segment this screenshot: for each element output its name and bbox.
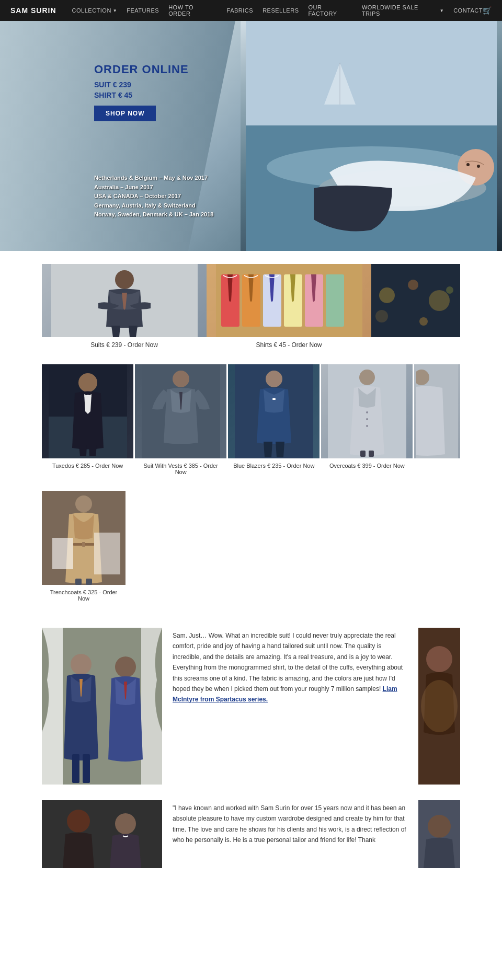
overcoats-svg <box>328 364 406 458</box>
row3-products: Trenchcoats € 325 - Order Now <box>0 475 502 602</box>
cart-icon[interactable]: 🛒 <box>483 6 492 15</box>
schedule-line-3: USA & CANADA – October 2017 <box>94 192 213 201</box>
schedule-line-4: Germany, Austria, Italy & Switzerland <box>94 201 213 211</box>
testimonial-2-left-image <box>42 800 162 868</box>
svg-point-21 <box>408 280 418 290</box>
testimonial-1-right-image <box>418 628 460 785</box>
svg-rect-47 <box>75 579 82 585</box>
blue-blazers-label: Blue Blazers € 235 - Order Now <box>228 463 320 469</box>
testimonial-2-section: "I have known and worked with Sam Surin … <box>0 795 502 889</box>
schedule-line-5: Norway, Sweden, Denmark & UK – Jan 2018 <box>94 210 213 220</box>
svg-point-25 <box>446 286 453 294</box>
shirts-label: Shirts € 45 - Order Now <box>207 341 371 349</box>
testimonial-1-row: Sam. Just… Wow. What an incredible suit!… <box>42 628 460 785</box>
suit-vests-svg <box>142 364 220 458</box>
navigation: SAM SURIN COLLECTION ▼ FEATURES HOW TO O… <box>0 0 502 21</box>
schedule-line-2: Australia – June 2017 <box>94 183 213 192</box>
product-shirts-partial <box>371 264 460 349</box>
svg-point-37 <box>366 418 368 420</box>
svg-point-55 <box>115 656 136 677</box>
overcoats-partial-svg <box>416 364 458 458</box>
shirts-partial-image <box>371 264 460 337</box>
product-trenchcoats[interactable]: Trenchcoats € 325 - Order Now <box>42 491 126 602</box>
tuxedos-image <box>42 364 133 458</box>
svg-point-22 <box>429 290 450 311</box>
hero-schedule: Netherlands & Belgium – May & Nov 2017 A… <box>94 174 213 220</box>
svg-point-11 <box>115 270 134 289</box>
testimonial-2-left-svg <box>42 800 162 868</box>
svg-point-58 <box>421 680 458 732</box>
svg-point-23 <box>375 310 388 322</box>
overcoats-image <box>321 364 413 458</box>
nav-fabrics[interactable]: FABRICS <box>227 7 254 14</box>
hero-shirt-price: SHIRT € 45 <box>94 91 189 99</box>
shirts-image <box>207 264 371 337</box>
product-tuxedos[interactable]: Tuxedos € 285 - Order Now <box>42 364 133 475</box>
svg-rect-18 <box>326 274 344 327</box>
testimonial-2-right-svg <box>418 800 460 868</box>
svg-rect-39 <box>360 451 366 457</box>
nav-worldwide-sale-trips[interactable]: WORLDWIDE SALE TRIPS ▼ <box>362 4 444 17</box>
nav-collection[interactable]: COLLECTION ▼ <box>72 7 118 14</box>
suit-vests-label: Suit With Vests € 385 - Order Now <box>135 463 226 475</box>
testimonial-2-row: "I have known and worked with Sam Surin … <box>42 800 460 868</box>
testimonial-1-left-svg <box>42 628 162 785</box>
shop-now-button[interactable]: SHOP NOW <box>94 106 156 121</box>
tuxedos-svg <box>49 364 127 458</box>
trenchcoats-image <box>42 491 126 585</box>
nav-features[interactable]: FEATURES <box>127 7 159 14</box>
hero-suit-price: SUIT € 239 <box>94 80 189 89</box>
trenchcoats-svg <box>42 491 126 585</box>
hero-content: ORDER ONLINE SUIT € 239 SHIRT € 45 SHOP … <box>94 63 189 121</box>
hero-section: ORDER ONLINE SUIT € 239 SHIRT € 45 SHOP … <box>0 21 502 251</box>
product-shirts[interactable]: Shirts € 45 - Order Now <box>207 264 371 349</box>
nav-how-to-order[interactable]: HOW TO ORDER <box>168 4 217 17</box>
brand-logo[interactable]: SAM SURIN <box>10 6 56 15</box>
row2-products: Tuxedos € 285 - Order Now Suit With Vest… <box>0 349 502 475</box>
svg-point-36 <box>366 411 368 413</box>
svg-rect-50 <box>94 533 120 574</box>
blue-blazers-svg <box>235 364 313 458</box>
product-overcoats-partial <box>414 364 460 475</box>
nav-resellers[interactable]: RESELLERS <box>263 7 299 14</box>
chevron-down-icon: ▼ <box>113 8 117 13</box>
testimonial-1-text-block: Sam. Just… Wow. What an incredible suit!… <box>173 628 408 708</box>
svg-point-60 <box>67 810 90 833</box>
suits-image <box>42 264 207 337</box>
shirts-svg <box>216 264 362 337</box>
overcoats-label: Overcoats € 399 - Order Now <box>321 463 413 469</box>
testimonial-2-right-image <box>418 800 460 868</box>
svg-point-9 <box>477 165 480 168</box>
tuxedos-label: Tuxedos € 285 - Order Now <box>42 463 133 469</box>
hero-title: ORDER ONLINE <box>94 63 189 76</box>
nav-contact[interactable]: CONTACT <box>453 7 483 14</box>
shirts-partial-svg <box>371 264 460 337</box>
product-suit-vests[interactable]: Suit With Vests € 385 - Order Now <box>135 364 226 475</box>
testimonial-2-text: "I have known and worked with Sam Surin … <box>173 803 408 846</box>
testimonial-1-left-image <box>42 628 162 785</box>
product-blue-blazers[interactable]: Blue Blazers € 235 - Order Now <box>228 364 320 475</box>
svg-rect-33 <box>272 398 276 400</box>
testimonials-section: Sam. Just… Wow. What an incredible suit!… <box>0 602 502 795</box>
svg-point-57 <box>426 646 452 672</box>
svg-rect-46 <box>82 542 85 547</box>
chevron-down-icon-2: ▼ <box>440 8 444 13</box>
svg-point-44 <box>75 495 92 512</box>
svg-point-32 <box>266 371 282 387</box>
product-overcoats[interactable]: Overcoats € 399 - Order Now <box>321 364 413 475</box>
row1-products: Suits € 239 - Order Now <box>0 251 502 349</box>
product-suits[interactable]: Suits € 239 - Order Now <box>42 264 207 349</box>
testimonial-1-right-svg <box>418 628 460 785</box>
svg-point-61 <box>115 813 136 834</box>
svg-rect-53 <box>72 754 79 783</box>
svg-point-20 <box>379 287 395 303</box>
suits-label: Suits € 239 - Order Now <box>42 341 207 349</box>
svg-point-24 <box>419 317 428 326</box>
svg-point-38 <box>366 425 368 427</box>
trenchcoats-label: Trenchcoats € 325 - Order Now <box>42 589 126 602</box>
svg-point-28 <box>78 373 97 392</box>
testimonial-1-text: Sam. Just… Wow. What an incredible suit!… <box>173 630 408 705</box>
nav-our-factory[interactable]: OUR FACTORY <box>308 4 352 17</box>
blue-blazers-image <box>228 364 320 458</box>
nav-links: COLLECTION ▼ FEATURES HOW TO ORDER FABRI… <box>72 4 483 17</box>
